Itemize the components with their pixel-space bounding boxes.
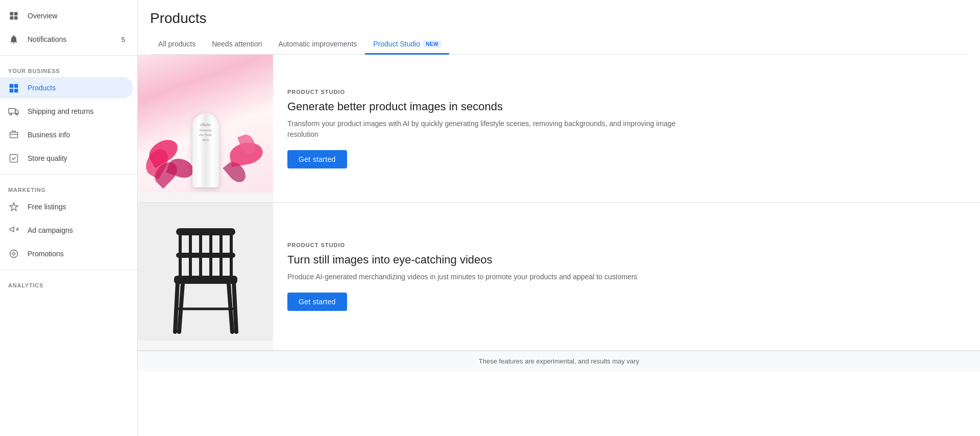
sidebar-item-free-listings[interactable]: Free listings bbox=[0, 196, 133, 217]
shipping-icon bbox=[8, 106, 19, 117]
sidebar-divider-1 bbox=[0, 55, 137, 56]
card-body-2: PRODUCT STUDIO Turn still images into ey… bbox=[273, 203, 980, 350]
card-desc-1: Transform your product images with AI by… bbox=[287, 118, 696, 140]
card-title-1: Generate better product images in second… bbox=[287, 100, 966, 113]
svg-rect-6 bbox=[10, 89, 14, 93]
sidebar-divider-2 bbox=[0, 174, 137, 175]
products-icon bbox=[8, 82, 19, 93]
tab-new-badge: NEW bbox=[423, 40, 441, 48]
overview-icon bbox=[8, 10, 19, 21]
svg-rect-4 bbox=[10, 84, 14, 88]
svg-rect-8 bbox=[9, 109, 15, 113]
tab-automatic-improvements[interactable]: Automatic improvements bbox=[270, 35, 365, 55]
sidebar-divider-3 bbox=[0, 270, 137, 270]
cards-container: eBalmHydratingDay NightBalm PRODUCT STUD… bbox=[138, 55, 980, 436]
card-desc-2: Produce AI-generated merchandizing video… bbox=[287, 272, 696, 282]
svg-line-29 bbox=[175, 282, 178, 332]
sidebar-item-ad-campaigns-label: Ad campaigns bbox=[28, 226, 73, 234]
svg-rect-27 bbox=[176, 253, 235, 258]
sidebar: Overview Notifications 5 YOUR BUSINESS P… bbox=[0, 0, 138, 436]
sidebar-item-products-label: Products bbox=[28, 84, 56, 92]
svg-rect-13 bbox=[10, 155, 18, 162]
tabs-bar: All products Needs attention Automatic i… bbox=[150, 35, 968, 55]
get-started-button-2[interactable]: Get started bbox=[287, 293, 347, 311]
sidebar-item-notifications-label: Notifications bbox=[28, 35, 66, 43]
sidebar-item-store-quality-label: Store quality bbox=[28, 154, 67, 162]
card-body-1: PRODUCT STUDIO Generate better product i… bbox=[273, 55, 980, 202]
sidebar-item-notifications[interactable]: Notifications 5 bbox=[0, 29, 133, 50]
tab-product-studio[interactable]: Product Studio NEW bbox=[365, 35, 449, 55]
svg-point-10 bbox=[16, 113, 18, 115]
sidebar-item-ad-campaigns[interactable]: Ad campaigns bbox=[0, 220, 133, 241]
sidebar-item-shipping[interactable]: Shipping and returns bbox=[0, 101, 133, 122]
footer-note: These features are experimental, and res… bbox=[138, 351, 980, 371]
get-started-button-1[interactable]: Get started bbox=[287, 150, 347, 168]
tab-all-products[interactable]: All products bbox=[150, 35, 204, 55]
promotions-icon bbox=[8, 248, 19, 259]
main-header: Products All products Needs attention Au… bbox=[138, 0, 980, 55]
svg-rect-2 bbox=[10, 16, 14, 20]
notifications-icon bbox=[8, 34, 19, 45]
sidebar-item-free-listings-label: Free listings bbox=[28, 203, 66, 211]
section-analytics: ANALYTICS bbox=[0, 274, 137, 290]
sidebar-item-overview[interactable]: Overview bbox=[0, 5, 133, 27]
card-tag-2: PRODUCT STUDIO bbox=[287, 242, 966, 248]
tab-needs-attention-label: Needs attention bbox=[212, 40, 262, 48]
sidebar-item-promotions-label: Promotions bbox=[28, 250, 64, 258]
sidebar-item-store-quality[interactable]: Store quality bbox=[0, 148, 133, 169]
sidebar-item-promotions[interactable]: Promotions bbox=[0, 243, 133, 264]
feature-card-1: eBalmHydratingDay NightBalm PRODUCT STUD… bbox=[138, 55, 980, 203]
svg-rect-1 bbox=[14, 12, 18, 16]
sidebar-item-shipping-label: Shipping and returns bbox=[28, 107, 93, 115]
section-your-business: YOUR BUSINESS bbox=[0, 60, 137, 76]
tab-all-products-label: All products bbox=[158, 40, 195, 48]
main-content-area: Products All products Needs attention Au… bbox=[138, 0, 980, 436]
business-info-icon bbox=[8, 129, 19, 140]
svg-rect-11 bbox=[10, 132, 18, 138]
svg-point-14 bbox=[10, 250, 18, 258]
sidebar-item-business-info-label: Business info bbox=[28, 131, 70, 139]
tab-product-studio-label: Product Studio bbox=[373, 40, 420, 48]
svg-rect-26 bbox=[176, 228, 235, 235]
sidebar-item-overview-label: Overview bbox=[28, 12, 57, 20]
free-listings-icon bbox=[8, 201, 19, 212]
svg-line-30 bbox=[234, 282, 236, 332]
card-tag-1: PRODUCT STUDIO bbox=[287, 89, 966, 95]
tab-automatic-improvements-label: Automatic improvements bbox=[278, 40, 357, 48]
page-title: Products bbox=[150, 10, 968, 27]
card-title-2: Turn still images into eye-catching vide… bbox=[287, 253, 966, 267]
card-image-1: eBalmHydratingDay NightBalm bbox=[138, 55, 273, 202]
card-image-2 bbox=[138, 203, 273, 350]
sidebar-item-products[interactable]: Products bbox=[0, 77, 133, 99]
store-quality-icon bbox=[8, 153, 19, 164]
notifications-badge: 5 bbox=[121, 36, 125, 43]
section-marketing: MARKETING bbox=[0, 179, 137, 195]
svg-rect-0 bbox=[10, 12, 14, 16]
feature-card-2: PRODUCT STUDIO Turn still images into ey… bbox=[138, 203, 980, 351]
sidebar-item-business-info[interactable]: Business info bbox=[0, 124, 133, 146]
tab-needs-attention[interactable]: Needs attention bbox=[204, 35, 270, 55]
svg-point-9 bbox=[10, 113, 12, 115]
product-image-chair bbox=[138, 203, 273, 341]
chair-svg bbox=[165, 222, 247, 334]
product-image-cream: eBalmHydratingDay NightBalm bbox=[138, 55, 273, 192]
svg-rect-5 bbox=[14, 84, 18, 88]
svg-rect-3 bbox=[14, 16, 18, 20]
svg-rect-7 bbox=[14, 89, 18, 93]
svg-point-15 bbox=[13, 253, 15, 255]
ad-campaigns-icon bbox=[8, 225, 19, 236]
